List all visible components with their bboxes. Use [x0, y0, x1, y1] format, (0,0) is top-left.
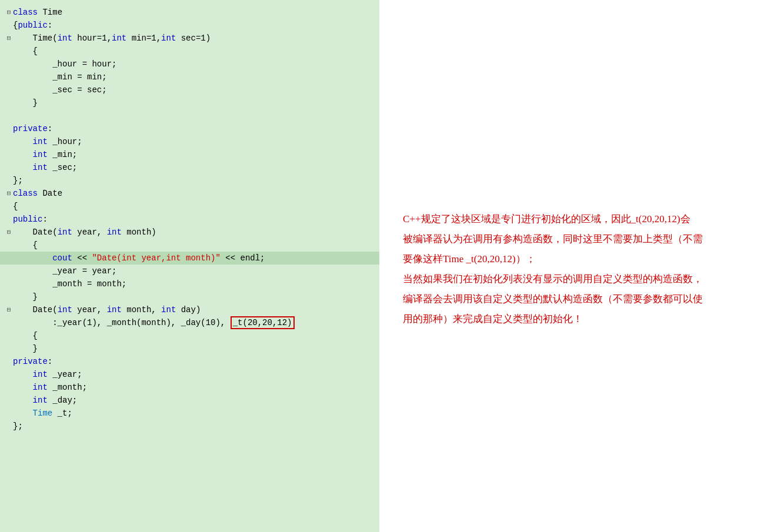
code-content: Date(int year, int month): [13, 226, 375, 239]
code-content: private:: [13, 122, 375, 135]
code-content: int _month;: [13, 381, 375, 394]
code-content: }: [13, 96, 375, 109]
code-content: int _day;: [13, 394, 375, 407]
code-content: Time(int hour=1,int min=1,int sec=1): [13, 32, 375, 45]
code-content: _hour = hour;: [13, 58, 375, 71]
code-content: class Date: [13, 187, 375, 200]
code-line: _hour = hour;: [0, 58, 379, 71]
code-line: int _sec;: [0, 161, 379, 174]
code-line: private:: [0, 355, 379, 368]
code-line: };: [0, 174, 379, 187]
code-content: [13, 109, 375, 122]
code-content: public:: [13, 213, 375, 226]
code-line-highlighted: cout << "Date(int year,int month)" << en…: [0, 252, 379, 265]
code-content: {: [13, 200, 375, 213]
code-content: {: [13, 239, 375, 252]
code-content: Date(int year, int month, int day): [13, 303, 375, 316]
code-content: _month = month;: [13, 277, 375, 290]
code-content: }: [13, 290, 375, 303]
code-content: {: [13, 45, 375, 58]
code-line: ⊟ class Date: [0, 187, 379, 200]
explanation-text: C++规定了这块区域是专门进行初始化的区域，因此_t(20,20,12)会 被编…: [403, 209, 753, 329]
code-content: cout << "Date(int year,int month)" << en…: [13, 252, 375, 265]
code-line: };: [0, 420, 379, 433]
code-content: };: [13, 420, 375, 433]
red-box: _t(20,20,12): [231, 316, 295, 329]
type-name: Time: [33, 409, 53, 418]
code-line: ⊟ Date(int year, int month): [0, 226, 379, 239]
code-line: _year = year;: [0, 265, 379, 277]
code-line: ⊟ class Time: [0, 6, 379, 19]
code-line: int _year;: [0, 368, 379, 381]
code-line: int _day;: [0, 394, 379, 407]
code-line: public:: [0, 213, 379, 226]
code-line: private:: [0, 122, 379, 135]
code-line: int _month;: [0, 381, 379, 394]
code-content: {public:: [13, 19, 375, 32]
collapse-icon[interactable]: ⊟: [5, 303, 13, 316]
code-line: {: [0, 45, 379, 58]
code-content: _sec = sec;: [13, 83, 375, 96]
collapse-icon[interactable]: ⊟: [5, 6, 13, 19]
code-line: {public:: [0, 19, 379, 32]
code-content: _year = year;: [13, 265, 375, 277]
code-content: Time _t;: [13, 407, 375, 420]
code-content: class Time: [13, 6, 375, 19]
code-content: int _year;: [13, 368, 375, 381]
code-line: }: [0, 290, 379, 303]
code-content: };: [13, 174, 375, 187]
code-line: _month = month;: [0, 277, 379, 290]
right-panel: C++规定了这块区域是专门进行初始化的区域，因此_t(20,20,12)会 被编…: [379, 0, 771, 532]
code-line: [0, 109, 379, 122]
code-line: int _hour;: [0, 135, 379, 148]
code-panel: ⊟ class Time {public: ⊟ Time(int hour=1,…: [0, 0, 379, 532]
code-line: }: [0, 342, 379, 355]
code-content: :_year(1), _month(month), _day(10), _t(2…: [13, 316, 375, 329]
code-line: int _min;: [0, 148, 379, 161]
code-line: {: [0, 329, 379, 342]
code-content: int _min;: [13, 148, 375, 161]
code-line: {: [0, 200, 379, 213]
code-line: {: [0, 239, 379, 252]
code-line-init: :_year(1), _month(month), _day(10), _t(2…: [0, 316, 379, 329]
code-line: _min = min;: [0, 71, 379, 83]
code-line: ⊟ Time(int hour=1,int min=1,int sec=1): [0, 32, 379, 45]
code-content: int _sec;: [13, 161, 375, 174]
code-content: {: [13, 329, 375, 342]
code-content: }: [13, 342, 375, 355]
code-content: _min = min;: [13, 71, 375, 83]
collapse-icon[interactable]: ⊟: [5, 32, 13, 45]
code-line: }: [0, 96, 379, 109]
code-line: _sec = sec;: [0, 83, 379, 96]
code-content: int _hour;: [13, 135, 375, 148]
collapse-icon[interactable]: ⊟: [5, 187, 13, 200]
code-content: private:: [13, 355, 375, 368]
code-line: ⊟ Date(int year, int month, int day): [0, 303, 379, 316]
code-line: Time _t;: [0, 407, 379, 420]
collapse-icon[interactable]: ⊟: [5, 226, 13, 239]
